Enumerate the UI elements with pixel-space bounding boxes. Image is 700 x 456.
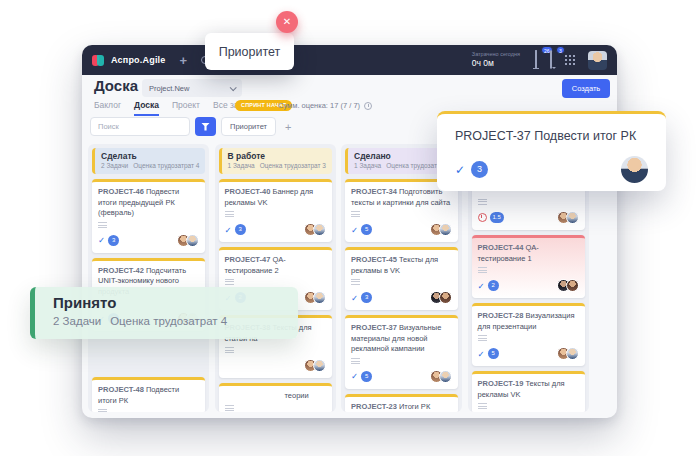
task-card[interactable]: PROJECT-44 QA-тестирование 1✓2 <box>472 235 585 298</box>
task-card-title: PROJECT-37 Визуальные материалы для ново… <box>351 323 452 355</box>
task-card[interactable]: PROJECT-23 Итоги РК✓5 <box>345 394 458 413</box>
check-icon: ✓ <box>455 163 465 177</box>
check-icon: ✓ <box>351 225 358 235</box>
add-icon[interactable]: + <box>180 53 188 68</box>
assignee-avatars <box>430 370 452 383</box>
create-button[interactable]: Создать <box>562 79 610 98</box>
task-card-footer: ✓2 <box>478 279 579 292</box>
chevron-down-icon <box>230 84 237 91</box>
column-header: В работе1 Задача Оценка трудозатрат 3 <box>219 148 332 174</box>
tab-board[interactable]: Доска <box>134 100 159 116</box>
task-card-id: PROJECT-47 <box>225 255 271 264</box>
task-card[interactable]: теории✓3 <box>219 383 332 412</box>
accepted-column-title: Принято <box>53 294 298 311</box>
task-card[interactable]: PROJECT-48 Подвести итоги РК✓2 <box>92 377 205 412</box>
bell-icon <box>535 50 537 68</box>
assignee-avatars <box>304 291 326 304</box>
task-card-footer: ✓3 <box>98 234 199 247</box>
task-card-title: теории <box>225 391 326 402</box>
assignee-avatar <box>439 370 452 383</box>
board-column: В работе1 Задача Оценка трудозатрат 3PRO… <box>215 144 336 412</box>
task-card-text: теории <box>225 391 309 400</box>
task-card-footer <box>225 359 326 372</box>
timer-icon <box>364 102 372 110</box>
tooltip-close-button[interactable]: ✕ <box>276 11 298 33</box>
filter-button[interactable] <box>195 117 216 136</box>
task-card-footer: ✓5 <box>478 347 579 360</box>
aspro-logo-icon <box>92 54 105 67</box>
assignee-avatars <box>557 279 579 292</box>
search-input[interactable] <box>90 117 190 136</box>
tab-project[interactable]: Проект <box>172 100 200 116</box>
assignee-avatar <box>439 223 452 236</box>
topbar-right: Затрачено сегодня 0ч 0м 26 3 <box>472 51 607 70</box>
add-filter-button[interactable]: + <box>285 121 291 133</box>
description-icon <box>225 405 234 411</box>
task-card-title: PROJECT-19 Тексты для рекламы VK <box>478 379 579 400</box>
description-icon <box>478 199 487 205</box>
assignee-avatar <box>186 234 199 247</box>
task-card-title: PROJECT-28 Визуализация для презентации <box>478 311 579 332</box>
assignee-avatars <box>430 291 452 304</box>
description-icon <box>98 409 107 412</box>
description-icon <box>225 211 234 217</box>
story-points-badge: 5 <box>361 371 372 382</box>
task-card-title: PROJECT-48 Подвести итоги РК <box>98 385 199 406</box>
task-card-title: PROJECT-45 Тексты для рекламы в VK <box>351 255 452 276</box>
page: Аспро.Agile + Сп Затрачено сегодня 0ч 0м… <box>0 0 700 456</box>
filter-row: Приоритет + <box>90 117 291 136</box>
alarm-clock-icon <box>478 213 487 222</box>
task-card-footer: ✓3 <box>351 291 452 304</box>
column-header: Сделать2 Задачи Оценка трудозатрат 4 <box>92 148 205 174</box>
assignee-avatars <box>304 223 326 236</box>
story-points-badge: 1.5 <box>490 212 504 223</box>
assignee-avatar <box>566 279 579 292</box>
description-icon <box>478 335 487 341</box>
description-icon <box>225 279 234 285</box>
assignee-avatars <box>557 211 579 224</box>
tab-backlog[interactable]: Баклог <box>94 100 121 116</box>
task-card[interactable]: PROJECT-28 Визуализация для презентации✓… <box>472 303 585 366</box>
task-card-title: PROJECT-34 Подготовить тексты и картинки… <box>351 187 452 208</box>
task-card-footer: ✓5 <box>351 223 452 236</box>
task-card-title: PROJECT-47 QA-тестирование 2 <box>225 255 326 276</box>
accepted-column-meta: 2 Задачи Оценка трудозатрат 4 <box>53 315 298 327</box>
task-card[interactable]: PROJECT-46 Подвести итоги предыдущей РК … <box>92 179 205 253</box>
assignee-avatar <box>566 347 579 360</box>
notifications-button[interactable]: 26 <box>535 51 537 69</box>
task-card[interactable]: PROJECT-19 Тексты для рекламы VK✓5 <box>472 371 585 412</box>
task-card-overlay-title: PROJECT-37 Подвести итог РК <box>455 129 648 143</box>
description-icon <box>351 279 360 285</box>
description-icon <box>351 358 360 364</box>
task-card-footer: ✓5 <box>351 370 452 383</box>
description-icon <box>478 267 487 273</box>
assignee-avatar <box>566 211 579 224</box>
user-avatar[interactable] <box>588 51 607 70</box>
task-card-id: PROJECT-48 <box>98 385 144 394</box>
priority-filter-chip[interactable]: Приоритет <box>221 117 276 136</box>
task-card-id: PROJECT-19 <box>478 379 524 388</box>
task-card-overlay[interactable]: PROJECT-37 Подвести итог РК ✓ 3 <box>437 111 666 191</box>
assignee-avatars <box>557 347 579 360</box>
task-card[interactable]: PROJECT-45 Тексты для рекламы в VK✓3 <box>345 247 458 310</box>
apps-grid-icon[interactable] <box>565 55 575 65</box>
column-title: В работе <box>228 151 326 161</box>
project-select[interactable]: Project.New <box>142 79 242 97</box>
task-card[interactable]: PROJECT-40 Баннер для рекламы VK✓3 <box>219 179 332 242</box>
task-card-overlay-footer: ✓ 3 <box>455 156 648 183</box>
column-meta: 2 Задачи Оценка трудозатрат 4 <box>101 162 199 169</box>
app-logo-text: Аспро.Agile <box>111 55 166 65</box>
task-card[interactable]: PROJECT-37 Визуальные материалы для ново… <box>345 315 458 389</box>
assignee-avatar <box>313 359 326 372</box>
task-card-title: PROJECT-40 Баннер для рекламы VK <box>225 187 326 208</box>
description-icon <box>351 211 360 217</box>
story-points-badge: 3 <box>361 292 372 303</box>
task-card-id: PROJECT-34 <box>351 187 397 196</box>
chat-icon <box>550 50 552 69</box>
accepted-column-overlay: Принято 2 Задачи Оценка трудозатрат 4 <box>30 287 298 339</box>
messages-button[interactable]: 3 <box>550 51 552 69</box>
story-points-badge: 5 <box>361 224 372 235</box>
check-icon: ✓ <box>478 281 485 291</box>
assignee-avatar <box>313 291 326 304</box>
sprint-summary-text: Сумм. оценка: 17 (7 / 7) <box>278 101 360 110</box>
